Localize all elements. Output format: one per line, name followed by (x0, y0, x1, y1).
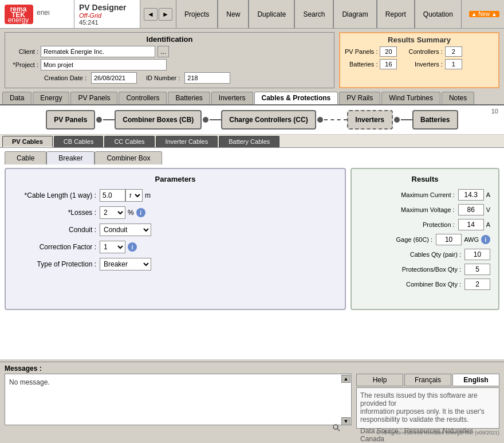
combiner-box-qty-value: 2 (464, 279, 490, 290)
new-badge[interactable]: ▲ New ▲ (469, 11, 499, 17)
cable-length-row: *Cable Length (1 way) : mft m (14, 189, 337, 202)
gage-label: Gage (60C) : (360, 236, 436, 243)
messages-area: Messages : No message. ▲ ▼ Help Français… (0, 362, 504, 438)
id-number-label: ID Number : (146, 75, 180, 81)
protections-box-label: Protections/Box Qty : (360, 266, 464, 273)
controllers-value: 2 (445, 46, 462, 57)
scroll-down-button[interactable]: ▼ (341, 417, 351, 425)
parameters-title: Parameters (14, 175, 337, 183)
pv-panels-value: 20 (380, 46, 397, 57)
cable-length-label: *Cable Length (1 way) : (14, 191, 100, 199)
app-code: 45:241 (79, 19, 135, 26)
correction-factor-info-icon[interactable]: i (128, 242, 137, 252)
client-row: Client : ... (10, 46, 329, 57)
scroll-up-button[interactable]: ▲ (341, 375, 351, 383)
max-voltage-unit: V (486, 206, 490, 213)
sub-tab-battery-cables[interactable]: Battery Cables (219, 136, 279, 147)
identification-title: Identification (10, 35, 329, 44)
tab-pv-rails[interactable]: PV Rails (339, 92, 380, 104)
nav-arrows: ◄ ► (140, 0, 176, 28)
correction-factor-label: Correction Factor : (14, 243, 100, 251)
tab-pv-panels[interactable]: PV Panels (70, 92, 117, 104)
tab-batteries[interactable]: Batteries (168, 92, 210, 104)
flow-dot-3 (317, 117, 323, 123)
client-dots-button[interactable]: ... (158, 46, 169, 57)
max-voltage-row: Maximum Voltage : 86 V (360, 204, 490, 215)
messages-content: No message. (9, 378, 50, 386)
id-number-input[interactable] (184, 72, 230, 84)
cables-qty-label: Cables Qty (pair) : (360, 251, 464, 258)
flow-dot-2 (203, 117, 208, 123)
max-current-unit: A (486, 191, 490, 198)
client-input[interactable] (41, 46, 155, 57)
tab-controllers[interactable]: Controllers (119, 92, 167, 104)
dates-row: Creation Date : ID Number : (44, 72, 329, 84)
tab-cables-protections[interactable]: Cables & Protections (254, 92, 338, 104)
menu-projects[interactable]: Projects (176, 0, 218, 28)
nav-back-button[interactable]: ◄ (144, 8, 158, 21)
menu-report[interactable]: Report (377, 0, 415, 28)
conduit-select[interactable]: Conduit Free Air Direct Burial (100, 224, 151, 236)
inner-tab-cable[interactable]: Cable (5, 151, 46, 164)
inverters-value: 1 (445, 59, 462, 69)
creation-date-label: Creation Date : (44, 75, 86, 81)
tab-energy[interactable]: Energy (33, 92, 69, 104)
cable-length-input[interactable] (100, 189, 125, 202)
content-area: Parameters *Cable Length (1 way) : mft m… (0, 164, 504, 313)
type-protection-select[interactable]: Breaker Fuse None (100, 258, 151, 270)
help-tab-francais[interactable]: Français (404, 374, 451, 386)
gage-info-icon[interactable]: i (481, 235, 490, 244)
flow-area: PV Panels Combiner Boxes (CB) Charge Con… (0, 105, 504, 135)
sub-tab-pv-cables[interactable]: PV Cables (2, 136, 53, 147)
tab-inverters[interactable]: Inverters (211, 92, 253, 104)
messages-input-area: No message. ▲ ▼ (5, 374, 352, 436)
svg-text:energy: energy (37, 9, 49, 17)
logo-svg: rema TEK energy energy (3, 3, 49, 25)
menu-quotation[interactable]: Quotation (415, 0, 462, 28)
svg-point-5 (333, 425, 338, 429)
gage-row: Gage (60C) : 10 AWG i (360, 234, 490, 245)
creation-date-input[interactable] (91, 72, 137, 84)
flow-line-1 (103, 119, 115, 120)
messages-textarea[interactable] (5, 374, 352, 425)
controllers-label: Controllers : (408, 48, 442, 55)
help-line1: The results issued by this software are … (360, 391, 495, 407)
help-tabs: Help Français English (356, 374, 499, 386)
app-subtitle: Off-Grid (79, 12, 135, 19)
info-row: Identification Client : ... *Project : C… (0, 29, 504, 91)
project-input[interactable] (41, 59, 167, 70)
correction-factor-select[interactable]: 11.11.2 (100, 241, 125, 253)
conduit-label: Conduit : (14, 226, 100, 234)
results-box: Results Maximum Current : 14.3 A Maximum… (351, 168, 499, 310)
messages-row: No message. ▲ ▼ Help Français English Th… (5, 374, 499, 436)
logo-area: rema TEK energy energy (0, 0, 74, 28)
protection-value: 14 (458, 219, 484, 230)
menu-diagram[interactable]: Diagram (333, 0, 376, 28)
sub-tab-cc-cables[interactable]: CC Cables (104, 136, 154, 147)
tab-wind-turbines[interactable]: Wind Turbines (381, 92, 440, 104)
identification-box: Identification Client : ... *Project : C… (5, 32, 334, 88)
tab-notes[interactable]: Notes (442, 92, 474, 104)
menu-search[interactable]: Search (294, 0, 333, 28)
nav-forward-button[interactable]: ► (159, 8, 172, 21)
flow-dashed-line (324, 119, 347, 120)
help-tab-english[interactable]: English (452, 374, 499, 386)
cable-length-unit-select[interactable]: mft (125, 189, 143, 202)
menu-new[interactable]: New (218, 0, 249, 28)
protection-row: Protection : 14 A (360, 219, 490, 230)
losses-select[interactable]: 235 (100, 206, 125, 219)
menu-duplicate[interactable]: Duplicate (249, 0, 294, 28)
menu-bar: Projects New Duplicate Search Diagram Re… (176, 0, 464, 28)
tab-data[interactable]: Data (2, 92, 32, 104)
messages-search-icon[interactable] (332, 424, 340, 433)
sub-tab-inverter-cables[interactable]: Inverter Cables (156, 136, 218, 147)
results-summary-title: Results Summary (345, 36, 494, 44)
inner-tab-breaker[interactable]: Breaker (46, 151, 94, 164)
help-tab-help[interactable]: Help (356, 374, 403, 386)
sub-tab-cb-cables[interactable]: CB Cables (54, 136, 104, 147)
messages-label: Messages : (5, 364, 499, 373)
cables-qty-value: 10 (464, 249, 490, 260)
inner-tab-combiner-box[interactable]: Combiner Box (94, 151, 162, 164)
project-label: *Project : (10, 61, 38, 68)
losses-info-icon[interactable]: i (136, 208, 145, 217)
